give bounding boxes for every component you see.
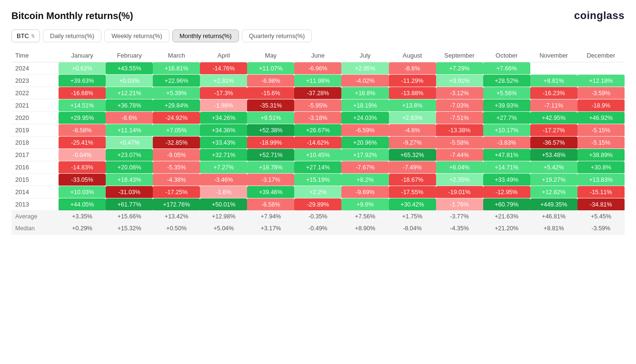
return-cell: +7.66% <box>483 62 530 75</box>
return-cell: -13.88% <box>389 87 436 99</box>
median-cell: +0.50% <box>153 223 200 235</box>
return-cell: +44.05% <box>59 198 106 211</box>
return-cell: +7.27% <box>200 161 247 174</box>
return-cell: -3.59% <box>577 87 625 99</box>
median-cell: +0.29% <box>59 223 106 235</box>
return-cell: -9.27% <box>389 137 436 149</box>
col-header-nov: November <box>530 49 577 62</box>
return-cell: -3.12% <box>436 87 483 99</box>
return-cell: -6.98% <box>247 75 294 87</box>
return-cell: -4.6% <box>389 124 436 137</box>
return-cell: +9.51% <box>247 112 294 124</box>
return-cell: +24.03% <box>341 112 388 124</box>
return-cell: -4.38% <box>153 174 200 186</box>
return-cell: +32.71% <box>200 149 247 161</box>
return-cell: -1.6% <box>200 186 247 198</box>
return-cell: +10.45% <box>294 149 341 161</box>
return-cell: +19.27% <box>530 174 577 186</box>
return-cell: -7.49% <box>389 161 436 174</box>
return-cell: +39.63% <box>59 75 106 87</box>
return-cell: +29.95% <box>59 112 106 124</box>
return-cell: -17.55% <box>389 186 436 198</box>
median-cell: +8.81% <box>530 223 577 235</box>
return-cell: -8.6% <box>389 62 436 75</box>
return-cell: -17.25% <box>153 186 200 198</box>
return-cell: +7.29% <box>436 62 483 75</box>
return-cell: -0.04% <box>59 149 106 161</box>
period-daily[interactable]: Daily returns(%) <box>43 30 101 42</box>
return-cell: +29.84% <box>153 99 200 112</box>
asset-label: BTC <box>17 32 29 39</box>
return-cell: +53.48% <box>530 149 577 161</box>
returns-table: Time January February March April May Ju… <box>11 49 625 235</box>
average-cell: +46.81% <box>530 211 577 223</box>
return-cell: -1.76% <box>436 198 483 211</box>
table-row: 2023+39.63%+0.03%+22.96%+2.81%-6.98%+11.… <box>11 75 625 87</box>
period-quarterly[interactable]: Quarterly returns(%) <box>242 30 312 42</box>
return-cell: +0.62% <box>59 62 106 75</box>
return-cell: -18.67% <box>389 174 436 186</box>
return-cell: -9.69% <box>341 186 388 198</box>
table-row: 2018-25.41%+0.47%-32.85%+33.43%-18.99%-1… <box>11 137 625 149</box>
return-cell: -29.89% <box>294 198 341 211</box>
return-cell: +18.43% <box>106 174 153 186</box>
col-header-may: May <box>247 49 294 62</box>
return-cell: -15.11% <box>577 186 625 198</box>
col-header-jan: January <box>59 49 106 62</box>
return-cell: -18.9% <box>577 99 625 112</box>
return-cell: +39.46% <box>247 186 294 198</box>
average-cell: +7.94% <box>247 211 294 223</box>
table-row: 2022-16.68%+12.21%+5.39%-17.3%-15.6%-37.… <box>11 87 625 99</box>
year-cell: 2017 <box>11 149 59 161</box>
return-cell: +5.39% <box>153 87 200 99</box>
return-cell: +8.81% <box>530 75 577 87</box>
year-cell: 2016 <box>11 161 59 174</box>
return-cell: +23.07% <box>106 149 153 161</box>
page-container: Bitcoin Monthly returns(%) coinglass BTC… <box>0 0 636 364</box>
year-cell: 2023 <box>11 75 59 87</box>
return-cell: -18.99% <box>247 137 294 149</box>
return-cell: -3.46% <box>200 174 247 186</box>
return-cell: +8.2% <box>341 174 388 186</box>
return-cell: +0.47% <box>106 137 153 149</box>
col-header-mar: March <box>153 49 200 62</box>
average-row: Average+3.35%+15.66%+13.42%+12.98%+7.94%… <box>11 211 625 223</box>
return-cell: +26.67% <box>294 124 341 137</box>
year-cell: 2019 <box>11 124 59 137</box>
return-cell: +6.04% <box>436 161 483 174</box>
table-row: 2013+44.05%+61.77%+172.76%+50.01%-8.56%-… <box>11 198 625 211</box>
return-cell: -16.68% <box>59 87 106 99</box>
return-cell: -13.38% <box>436 124 483 137</box>
return-cell: +14.51% <box>59 99 106 112</box>
col-header-time: Time <box>11 49 59 62</box>
average-cell: +13.42% <box>153 211 200 223</box>
return-cell: +42.95% <box>530 112 577 124</box>
page-title: Bitcoin Monthly returns(%) <box>11 10 133 21</box>
return-cell: +52.38% <box>247 124 294 137</box>
return-cell: +39.93% <box>483 99 530 112</box>
return-cell: +13.8% <box>389 99 436 112</box>
return-cell: +47.81% <box>483 149 530 161</box>
return-cell: +11.98% <box>294 75 341 87</box>
return-cell: +20.08% <box>106 161 153 174</box>
year-cell: 2021 <box>11 99 59 112</box>
period-monthly[interactable]: Monthly returns(%) <box>172 30 239 42</box>
return-cell: -5.15% <box>577 124 625 137</box>
period-weekly[interactable]: Weekly returns(%) <box>104 30 169 42</box>
return-cell: +60.79% <box>483 198 530 211</box>
table-row: 2014+10.03%-31.03%-17.25%-1.6%+39.46%+2.… <box>11 186 625 198</box>
table-row: 2016-14.83%+20.08%-5.35%+7.27%+18.78%+27… <box>11 161 625 174</box>
average-cell: +1.75% <box>389 211 436 223</box>
return-cell: +5.56% <box>483 87 530 99</box>
average-cell: -3.77% <box>436 211 483 223</box>
return-cell: -5.15% <box>577 137 625 149</box>
asset-selector[interactable]: BTC ⇅ <box>11 30 40 42</box>
return-cell <box>577 62 625 75</box>
year-cell: 2014 <box>11 186 59 198</box>
return-cell: +61.77% <box>106 198 153 211</box>
return-cell: +5.42% <box>530 161 577 174</box>
average-cell: +21.63% <box>483 211 530 223</box>
return-cell: +12.82% <box>530 186 577 198</box>
table-row: 2024+0.62%+43.55%+16.81%-14.76%+11.07%-6… <box>11 62 625 75</box>
table-row: 2020+29.95%-8.6%-24.92%+34.26%+9.51%-3.1… <box>11 112 625 124</box>
